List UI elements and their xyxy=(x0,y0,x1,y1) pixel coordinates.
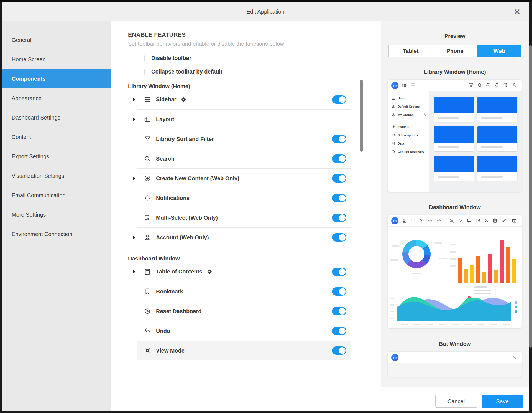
expand-arrow-icon[interactable] xyxy=(133,98,135,101)
sidebar-item-dashboard-settings[interactable]: Dashboard Settings xyxy=(2,108,111,127)
divider xyxy=(390,121,427,121)
edit-application-dialog: Edit Application — ✕ GeneralHome ScreenC… xyxy=(2,2,529,411)
content-tile xyxy=(477,126,517,151)
tab-tablet[interactable]: Tablet xyxy=(388,45,433,57)
feature-row-undo: Undo xyxy=(137,321,351,341)
person-icon xyxy=(484,218,489,223)
toggle-knob xyxy=(339,268,346,275)
save-button[interactable]: Save xyxy=(482,395,523,408)
expand-arrow-icon[interactable] xyxy=(133,236,135,239)
tab-phone[interactable]: Phone xyxy=(433,45,477,57)
feature-row-account-web-only: Account (Web Only) xyxy=(137,227,351,247)
content-scrollbar[interactable] xyxy=(360,80,363,152)
tile-thumbnail xyxy=(434,97,474,113)
person-icon xyxy=(511,355,517,360)
sidebar-item-appearance[interactable]: Appearance xyxy=(2,88,111,108)
view-mode-icon xyxy=(144,347,151,354)
layout-icon xyxy=(144,116,151,123)
toggle-create-new-content-web-only[interactable] xyxy=(332,174,346,183)
search-icon xyxy=(477,83,482,88)
screen: Edit Application — ✕ GeneralHome ScreenC… xyxy=(0,0,532,413)
toggle-undo[interactable] xyxy=(332,327,346,335)
minimize-button[interactable]: — xyxy=(493,2,508,21)
bot-preview-body xyxy=(388,363,522,377)
sidebar-item-components[interactable]: Components xyxy=(2,69,111,88)
content-tile xyxy=(434,97,474,122)
feature-row-search: Search xyxy=(137,149,351,168)
toggle-account-web-only[interactable] xyxy=(332,233,346,242)
expand-arrow-icon[interactable] xyxy=(133,118,135,121)
feature-row-bookmark: Bookmark xyxy=(137,282,351,301)
placeholder-line xyxy=(450,258,456,260)
feature-label: Multi-Select (Web Only) xyxy=(156,215,218,221)
filter-icon xyxy=(458,218,463,223)
bar-chart xyxy=(458,240,516,283)
feature-label: Library Sort and Filter xyxy=(156,136,214,142)
checkbox-row-disable-toolbar: Disable toolbar xyxy=(139,55,381,61)
toggle-notifications[interactable] xyxy=(332,194,346,202)
checkbox-disable-toolbar[interactable] xyxy=(139,55,145,61)
close-button[interactable]: ✕ xyxy=(509,2,525,21)
multi-select-icon xyxy=(503,83,508,88)
sidebar-item-visualization-settings[interactable]: Visualization Settings xyxy=(2,166,111,186)
feature-label: Account (Web Only) xyxy=(156,234,209,241)
cancel-button[interactable]: Cancel xyxy=(435,395,477,408)
library-nav-label: My Groups xyxy=(398,113,413,116)
placeholder-line xyxy=(392,245,400,247)
sidebar-item-home-screen[interactable]: Home Screen xyxy=(2,50,111,69)
tile-thumbnail xyxy=(434,156,474,172)
toggle-multi-select-web-only[interactable] xyxy=(332,214,346,222)
gear-icon[interactable] xyxy=(181,97,186,102)
tile-thumbnail xyxy=(477,126,517,143)
section-title-library-window-home: Library Window (Home) xyxy=(128,83,381,90)
expand-arrow-icon[interactable] xyxy=(133,177,135,180)
toggle-reset-dashboard[interactable] xyxy=(332,307,346,315)
bar xyxy=(458,258,462,283)
sidebar-item-export-settings[interactable]: Export Settings xyxy=(2,147,111,166)
tile-caption xyxy=(434,113,474,122)
sidebar-item-more-settings[interactable]: More Settings xyxy=(2,205,111,224)
toggle-library-sort-and-filter[interactable] xyxy=(332,135,346,143)
expand-arrow-icon[interactable] xyxy=(133,270,135,273)
reset-icon xyxy=(419,218,424,223)
feature-row-layout: Layout xyxy=(137,109,351,129)
person-icon xyxy=(144,234,151,241)
window-scrollbar[interactable] xyxy=(529,45,532,348)
library-nav-insights: Insights xyxy=(388,123,429,131)
sidebar-item-email-communication[interactable]: Email Communication xyxy=(2,186,111,205)
sidebar-item-environment-connection[interactable]: Environment Connection xyxy=(2,224,111,244)
library-nav-label: Insights xyxy=(398,125,409,128)
feature-label: Search xyxy=(156,156,175,162)
sidebar-item-general[interactable]: General xyxy=(2,30,111,50)
groups-icon xyxy=(391,113,395,117)
library-preview-body: HomeDefault GroupsMy GroupsInsightsSubsc… xyxy=(388,91,522,192)
main-content: ENABLE FEATURES Set toolbar behaviors an… xyxy=(111,21,381,411)
insights-icon xyxy=(391,125,395,129)
toggle-search[interactable] xyxy=(332,154,346,163)
checkbox-collapse-toolbar-by-default[interactable] xyxy=(139,69,145,75)
toggle-knob xyxy=(339,347,346,354)
library-nav-home: Home xyxy=(388,94,429,102)
placeholder-line xyxy=(439,258,447,259)
settings-nav: GeneralHome ScreenComponentsAppearanceDa… xyxy=(2,21,111,411)
tab-web[interactable]: Web xyxy=(477,45,521,57)
library-nav-data: Data xyxy=(388,139,429,148)
dashboard-card-title: Dashboard Window xyxy=(381,204,529,211)
gear-icon[interactable] xyxy=(207,269,213,275)
sidebar-item-content[interactable]: Content xyxy=(2,127,111,147)
app-logo-icon xyxy=(391,354,398,361)
library-preview-card: HomeDefault GroupsMy GroupsInsightsSubsc… xyxy=(388,80,522,192)
placeholder-line xyxy=(481,176,503,178)
toc-icon xyxy=(402,218,407,223)
toggle-table-of-contents[interactable] xyxy=(332,268,346,276)
dashboard-preview-toolbar xyxy=(388,215,522,227)
bell-icon xyxy=(144,194,151,202)
toggle-view-mode[interactable] xyxy=(332,346,346,355)
search-icon xyxy=(144,155,151,162)
bot-card-title: Bot Window xyxy=(381,341,529,347)
library-nav-default-groups: Default Groups xyxy=(388,102,429,111)
toggle-bookmark[interactable] xyxy=(332,287,346,296)
library-nav-label: Data xyxy=(398,142,404,145)
toggle-sidebar[interactable] xyxy=(332,95,346,104)
content-tile xyxy=(434,156,474,181)
